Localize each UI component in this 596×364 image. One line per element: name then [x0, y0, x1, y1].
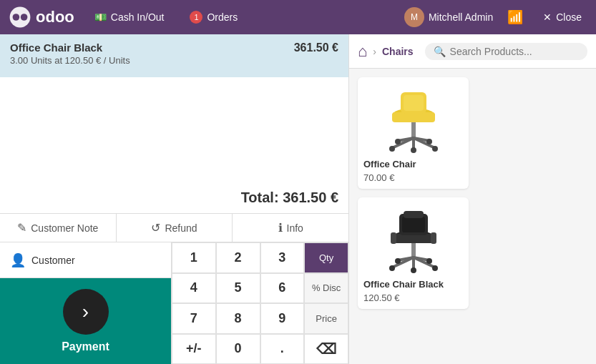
- svg-point-13: [389, 146, 395, 152]
- product-price-office-chair-black: 120.50 €: [363, 292, 463, 303]
- order-line-info: Office Chair Black 3.00 Units at 120.50 …: [10, 41, 130, 66]
- svg-rect-23: [391, 232, 396, 244]
- numpad: 1 2 3 Qty 4 5 6 % Disc 7 8 9 Price +/- 0…: [172, 242, 348, 364]
- search-box: 🔍: [425, 43, 587, 60]
- svg-rect-6: [404, 95, 424, 111]
- close-button[interactable]: ✕ Close: [537, 9, 587, 26]
- product-name-office-chair: Office Chair: [363, 159, 463, 169]
- svg-rect-21: [402, 217, 425, 232]
- logo-text: odoo: [36, 8, 74, 26]
- product-image-office-chair: [363, 83, 463, 154]
- chair-black-svg: [385, 205, 442, 273]
- info-icon: ℹ: [278, 221, 283, 235]
- cash-in-out-button[interactable]: 💵 Cash In/Out: [89, 9, 170, 26]
- svg-rect-24: [431, 232, 436, 244]
- numpad-key-7[interactable]: 7: [172, 303, 216, 334]
- svg-rect-7: [411, 122, 416, 138]
- svg-rect-4: [392, 112, 435, 122]
- odoo-logo-icon: [9, 6, 31, 29]
- numpad-key-0[interactable]: 0: [216, 334, 260, 365]
- svg-rect-25: [411, 243, 416, 257]
- close-icon: ✕: [543, 11, 552, 23]
- product-card-office-chair[interactable]: Office Chair 70.00 €: [358, 77, 469, 189]
- close-label: Close: [556, 11, 582, 23]
- right-panel: ⌂ › Chairs 🔍: [349, 34, 596, 364]
- search-icon: 🔍: [434, 46, 446, 57]
- order-product-name: Office Chair Black: [10, 41, 130, 54]
- user-info: M Mitchell Admin: [404, 7, 493, 27]
- orders-button[interactable]: 1 Orders: [184, 8, 243, 26]
- svg-point-2: [21, 14, 28, 21]
- product-image-office-chair-black: [363, 203, 463, 275]
- refund-icon: ↺: [151, 221, 160, 235]
- numpad-key-8[interactable]: 8: [216, 303, 260, 334]
- svg-point-31: [389, 265, 395, 271]
- numpad-key-3[interactable]: 3: [260, 242, 305, 273]
- numpad-key-backspace[interactable]: ⌫: [304, 334, 348, 365]
- tab-refund[interactable]: ↺ Refund: [117, 214, 233, 242]
- chair-yellow-svg: [385, 85, 442, 153]
- product-card-office-chair-black[interactable]: Office Chair Black 120.50 €: [358, 197, 469, 309]
- tab-info-label: Info: [287, 222, 303, 234]
- svg-point-16: [395, 139, 401, 144]
- cash-icon: 💵: [94, 11, 107, 23]
- tab-refund-label: Refund: [165, 222, 197, 234]
- order-total: Total: 361.50 €: [0, 77, 348, 213]
- user-name: Mitchell Admin: [429, 11, 493, 23]
- payment-label: Payment: [62, 340, 109, 353]
- left-panel: Office Chair Black 3.00 Units at 120.50 …: [0, 34, 349, 364]
- total-label: Total: 361.50 €: [241, 190, 338, 206]
- tab-customer-note[interactable]: ✎ Customer Note: [0, 214, 117, 242]
- svg-point-33: [411, 267, 416, 273]
- payment-circle: ›: [63, 289, 109, 335]
- numpad-key-2[interactable]: 2: [216, 242, 260, 273]
- order-line-price: 361.50 €: [294, 41, 338, 54]
- customer-label: Customer: [31, 255, 75, 266]
- home-button[interactable]: ⌂: [358, 42, 367, 61]
- numpad-area: 👤 Customer › Payment 1 2 3 Qty 4 5 6: [0, 242, 348, 364]
- svg-point-34: [395, 258, 401, 264]
- payment-arrow-icon: ›: [82, 300, 89, 323]
- order-line[interactable]: Office Chair Black 3.00 Units at 120.50 …: [0, 34, 348, 77]
- numpad-key-qty[interactable]: Qty: [304, 242, 348, 273]
- numpad-key-4[interactable]: 4: [172, 273, 216, 304]
- breadcrumb-chairs[interactable]: Chairs: [382, 46, 414, 57]
- tab-bar: ✎ Customer Note ↺ Refund ℹ Info: [0, 213, 348, 242]
- customer-icon: 👤: [10, 252, 26, 268]
- svg-point-15: [411, 147, 416, 153]
- tab-info[interactable]: ℹ Info: [233, 214, 348, 242]
- numpad-key-1[interactable]: 1: [172, 242, 216, 273]
- product-name-office-chair-black: Office Chair Black: [363, 279, 463, 290]
- svg-point-32: [432, 265, 438, 271]
- avatar: M: [404, 7, 424, 27]
- svg-point-14: [432, 146, 438, 152]
- numpad-key-disc[interactable]: % Disc: [304, 273, 348, 304]
- numpad-key-price[interactable]: Price: [304, 303, 348, 334]
- numpad-key-posneg[interactable]: +/-: [172, 334, 216, 365]
- payment-button[interactable]: › Payment: [0, 278, 171, 364]
- product-grid: Office Chair 70.00 €: [349, 69, 596, 318]
- svg-point-17: [426, 139, 432, 144]
- numpad-key-5[interactable]: 5: [216, 273, 260, 304]
- svg-point-35: [426, 258, 432, 264]
- unit-label: Units at 120.50 € / Units: [31, 55, 130, 66]
- tab-customer-note-label: Customer Note: [31, 222, 98, 234]
- left-controls: 👤 Customer › Payment: [0, 242, 172, 364]
- customer-note-icon: ✎: [17, 221, 26, 235]
- numpad-key-dot[interactable]: .: [260, 334, 305, 365]
- qty-value: 3.00: [10, 55, 28, 66]
- search-input[interactable]: [450, 46, 579, 57]
- orders-label: Orders: [207, 11, 238, 23]
- breadcrumb-arrow-icon: ›: [373, 46, 376, 57]
- customer-row[interactable]: 👤 Customer: [0, 242, 171, 278]
- order-quantity: 3.00 Units at 120.50 € / Units: [10, 55, 130, 66]
- numpad-key-9[interactable]: 9: [260, 303, 305, 334]
- numpad-key-6[interactable]: 6: [260, 273, 305, 304]
- product-price-office-chair: 70.00 €: [363, 172, 463, 183]
- wifi-icon: 📶: [507, 9, 523, 25]
- right-header: ⌂ › Chairs 🔍: [349, 34, 596, 69]
- logo: odoo: [9, 6, 74, 29]
- svg-rect-22: [404, 211, 424, 218]
- main: Office Chair Black 3.00 Units at 120.50 …: [0, 34, 596, 364]
- cash-label: Cash In/Out: [111, 11, 165, 23]
